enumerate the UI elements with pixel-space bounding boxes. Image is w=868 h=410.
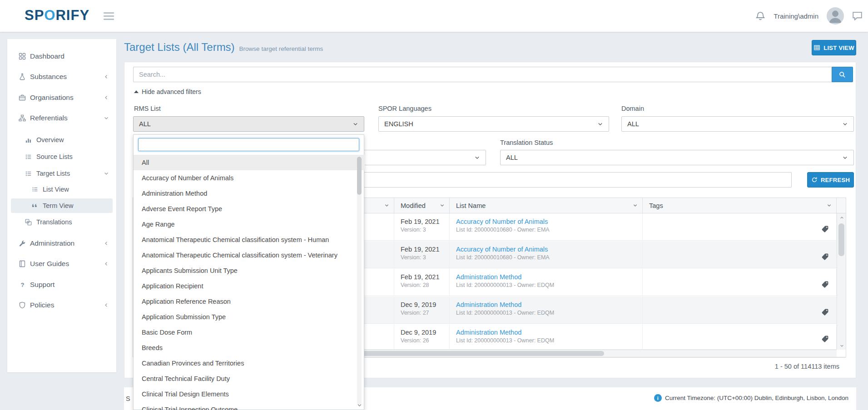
dropdown-option[interactable]: Anatomical Therapeutic Chemical classifi… [134,232,365,247]
dropdown-option[interactable]: Anatomical Therapeutic Chemical classifi… [134,247,365,263]
list-meta: List Id: 200000000013 - Owner: EDQM [456,309,638,317]
sidebar-item-label: Substances [30,73,67,81]
dropdown-option[interactable]: Breeds [134,340,365,356]
shield-icon [18,301,26,309]
dropdown-option[interactable]: Accuracy of Number of Animals [134,170,365,186]
menu-hamburger-icon[interactable] [104,12,114,22]
avatar[interactable] [827,7,844,25]
dropdown-option[interactable]: Application Recipient [134,278,365,294]
advanced-filters-toggle-label: Hide advanced filters [142,88,201,95]
list-name-link[interactable]: Administration Method [456,301,638,309]
column-menu-chevron-icon[interactable] [827,203,832,208]
info-circle-icon: i [654,394,662,402]
username-label[interactable]: Training\admin [774,12,818,20]
search-button[interactable] [832,67,853,82]
sidebar-item-label: Policies [30,301,54,309]
list-name-link[interactable]: Accuracy of Number of Animals [456,245,638,254]
dropdown-filter-input[interactable] [138,138,359,151]
list-icon [25,153,32,160]
sidebar-item-overview[interactable]: Overview [7,133,116,147]
sidebar-item-dashboard[interactable]: Dashboard [7,48,116,64]
timezone-label: Current Timezone: (UTC+00:00) Dublin, Ed… [665,395,848,401]
rms-list-select[interactable]: ALL [133,116,364,132]
sidebar-item-label: Target Lists [36,170,70,177]
list-meta: List Id: 200000000013 - Owner: EDQM [456,282,638,289]
app-logo[interactable]: SPORIFY [25,7,89,24]
list-view-button[interactable]: LIST VIEW [812,40,856,55]
sidebar-item-label: Organisations [30,94,74,102]
translation-status-value: ALL [506,154,842,161]
sidebar-item-policies[interactable]: Policies [7,297,116,313]
scrollbar-thumb[interactable] [357,157,362,195]
sidebar-item-administration[interactable]: Administration [7,235,116,252]
refresh-button-label: REFRESH [821,177,850,183]
scroll-down-arrow[interactable] [837,341,846,350]
spor-languages-label: SPOR Languages [378,105,432,112]
column-label: Tags [649,202,663,209]
sidebar-item-user-guides[interactable]: User Guides [7,256,116,272]
search-input[interactable] [133,67,832,82]
dropdown-option[interactable]: Canadian Provinces and Territories [134,356,365,371]
sidebar-item-list-view[interactable]: List View [7,182,116,197]
grid-header-scroll-spacer [837,198,846,213]
flask-icon [18,73,26,80]
spor-languages-select[interactable]: ENGLISH [378,116,609,132]
spor-languages-value: ENGLISH [384,120,597,128]
pager-info: 1 - 50 of 114113 items [775,363,839,370]
grid-vertical-scrollbar[interactable] [837,213,846,350]
column-menu-chevron-icon[interactable] [440,203,445,208]
dropdown-option[interactable]: Clinical Trial Design Elements [134,386,365,402]
refresh-button[interactable]: REFRESH [807,172,854,188]
top-bar: SPORIFY Training\admin [0,0,868,32]
dropdown-option[interactable]: Administration Method [134,186,365,201]
sidebar-item-label: Referentials [30,114,68,122]
sidebar-item-referentials[interactable]: Referentials [7,110,116,126]
grid-header-list-name[interactable]: List Name [450,198,643,213]
column-menu-chevron-icon[interactable] [384,203,389,208]
list-meta: List Id: 200000010680 - Owner: EMA [456,254,638,262]
bell-icon[interactable] [755,11,765,21]
bar-chart-icon [25,137,32,143]
sidebar: Dashboard Substances Organisations Refer… [7,39,116,372]
dropdown-option[interactable]: Clinical Trial Inspection Outcome [134,402,365,410]
sidebar-item-substances[interactable]: Substances [7,69,116,85]
grid-header-tags[interactable]: Tags [643,198,837,213]
scroll-up-arrow[interactable] [837,213,846,222]
advanced-filters-toggle[interactable]: Hide advanced filters [134,88,201,95]
column-menu-chevron-icon[interactable] [633,203,638,208]
scroll-down-arrow[interactable] [357,403,362,408]
dropdown-option[interactable]: Basic Dose Form [134,325,365,340]
domain-select[interactable]: ALL [621,116,854,132]
dropdown-scrollbar[interactable] [357,156,362,405]
dropdown-option[interactable]: All [134,155,365,170]
translation-status-select[interactable]: ALL [500,150,854,165]
dropdown-option[interactable]: Central Technical Facility Duty [134,371,365,386]
dropdown-option[interactable]: Application Submission Type [134,309,365,325]
chevron-left-icon [104,241,109,246]
dropdown-option[interactable]: Applicants Submission Unit Type [134,263,365,278]
sidebar-item-source-lists[interactable]: Source Lists [7,149,116,164]
sidebar-item-target-lists[interactable]: Target Lists [7,166,116,181]
modified-date: Dec 9, 2019 [401,301,445,309]
chat-bubble-icon[interactable] [852,11,863,20]
dropdown-option[interactable]: Age Range [134,217,365,232]
scrollbar-thumb[interactable] [838,223,844,256]
sidebar-item-support[interactable]: ? Support [7,277,116,293]
list-name-link[interactable]: Administration Method [456,273,638,282]
sitemap-icon [18,114,26,122]
tags-cell [643,213,837,240]
chevron-down-icon [597,121,603,127]
list-name-link[interactable]: Administration Method [456,328,638,337]
sidebar-item-organisations[interactable]: Organisations [7,89,116,106]
sidebar-item-term-view[interactable]: Term View [11,198,113,213]
grid-header-modified[interactable]: Modified [394,198,450,213]
quote-icon [31,203,39,209]
translation-status-label: Translation Status [500,139,553,146]
dropdown-option[interactable]: Adverse Event Report Type [134,201,365,217]
dropdown-option[interactable]: Application Reference Reason [134,294,365,309]
list-name-link[interactable]: Accuracy of Number of Animals [456,217,638,226]
sidebar-item-translations[interactable]: A Translations [7,215,116,229]
sidebar-item-label: Source Lists [36,153,73,160]
modified-date: Dec 9, 2019 [401,328,445,337]
version-label: Version: 27 [401,309,445,317]
